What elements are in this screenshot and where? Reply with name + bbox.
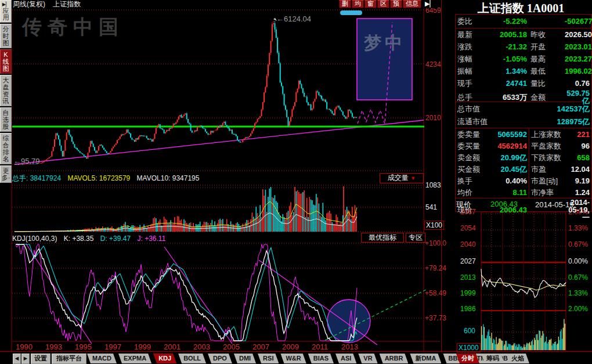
right-tab-strip: 分时筹码火焰 [456,354,529,363]
symbol-label: 上证指数 [53,0,81,8]
intraday-vol-tick: 600 [464,327,475,335]
tab-筹码[interactable]: 筹码 [481,354,504,363]
year-tick: 1990 [16,343,33,351]
tab-DPO[interactable]: DPO [208,354,232,363]
quote-cell: 委卖量 [456,131,489,138]
intraday-pct-tick: 1.33% [568,289,588,297]
period-label: 周线(复权) [13,0,45,8]
quote-cell: 24741 [489,80,529,87]
quote-cell: 2014-05-19,一 [565,199,591,221]
sidebar-item-apps[interactable]: ▶▏ 应用 [0,0,12,23]
collapse-arrow-icon[interactable]: ▶▏ [422,0,438,8]
quote-cell: 1.34% [489,67,529,75]
intraday-pct-tick: 2.00% [568,305,588,313]
tab-BIAS[interactable]: BIAS [308,354,334,363]
year-tick: 1997 [104,343,121,351]
intraday-price-tick: 2027 [460,257,476,265]
intraday-vol-unit: X1000 [457,343,481,352]
sidebar-item-watchlist[interactable]: 自选股 [0,107,12,132]
quote-cell: 4562914 [489,142,529,150]
tab-VR[interactable]: VR [358,354,377,363]
tab-DMI[interactable]: DMI [234,354,256,363]
left-sidebar: ▶▏ 应用 分时图 K线图 大盘资讯 自选股 综合排名 更多· [0,0,12,184]
intraday-price-tick: 2054 [460,224,476,232]
forecast-button[interactable]: 预 [390,0,402,8]
main-y-tick: 4234 [425,60,441,69]
volume-y-tick: 541 [425,203,437,211]
tab-分时[interactable]: 分时 [456,354,479,363]
zone-button[interactable]: 区 [377,0,389,8]
quote-row-0: 委比-5.22%-502677 [456,15,591,28]
quote-cell: 658 [565,154,591,161]
quote-cell: 委比 [456,17,489,25]
year-tick: 2007 [252,343,269,351]
quote-row-5: 现手24741量比0.76 [456,77,591,89]
volume-y-tick: 1083 [425,181,441,189]
quote-cell: 市净率 [529,186,565,198]
sidebar-item-intraday[interactable]: 分时图 [0,24,12,48]
prev-arrow-button[interactable]: ◄ [13,354,21,364]
peak-annotation: ←6124.04 [276,15,311,23]
play-bar-icon: ▶▏ [1,2,11,7]
intraday-price-tick: 2040 [460,240,476,248]
quote-cell: 现价 [456,206,489,214]
next-arrow-button[interactable]: ► [21,354,30,364]
scrollbar-thumb[interactable] [340,10,362,15]
best-indicator-button[interactable]: 最优指标 [361,233,404,243]
quote-cell: 2006.43 [489,206,529,214]
quote-cell: 最新 [456,31,489,38]
tab-W&R[interactable]: W&R [280,354,306,363]
quote-cell: 总手 [456,93,489,101]
sidebar-item-market-news[interactable]: 大盘资讯 [0,75,12,106]
sidebar-item-ranking[interactable]: 综合排名 [0,133,12,164]
quote-row-9: 委卖量5065592上涨家数221 [456,128,591,140]
tab-新DMA[interactable]: 新DMA [410,354,441,363]
tab-ASI[interactable]: ASI [335,354,356,363]
sidebar-item-more[interactable]: 更多· [0,165,12,183]
quote-cell: 12.04 [565,165,591,173]
tab-BOLL[interactable]: BOLL [178,354,206,363]
indicator-platform-button[interactable]: 指标平台 [52,354,86,364]
quote-cell: 5065592 [489,131,529,138]
indicator-select[interactable]: 成交量 ▼ [380,173,424,183]
quote-row-6: 总手6533万金额529.75亿 [456,89,591,102]
tab-RSI[interactable]: RSI [258,354,279,363]
settings-button[interactable]: 设置 [31,354,50,364]
sidebar-item-kline[interactable]: K线图 [0,49,12,74]
tab-ARBR[interactable]: ARBR [380,354,409,363]
kdj-k-value: K: +38.35 [64,235,94,243]
info-button[interactable]: 信息 [403,0,421,8]
zone-panel-button[interactable]: 专区 [406,233,425,243]
quote-cell: 1996.02 [565,67,592,75]
quote-cell: 最低 [529,67,565,75]
year-tick: 2001 [164,343,181,351]
quote-cell: 0.76 [565,80,591,87]
quote-row-7: 总市值142537亿 [456,102,591,115]
ma-button[interactable]: 均 [352,0,364,8]
quote-cell: 均价 [456,189,489,196]
quote-cell: -21.32 [489,43,529,51]
tab-KDJ[interactable]: KDJ [153,354,176,363]
quote-cell: 市盈[动] [529,175,565,186]
kdj-formula-label: KDJ(100,40,3) [12,235,57,243]
kdj-y-tick: +79.24 [425,264,446,272]
year-tick: 2013 [341,343,358,351]
window-button[interactable]: 窗 [364,0,377,8]
tab-MACD[interactable]: MACD [87,354,117,363]
kdj-j-value: J: +36.11 [138,235,166,243]
main-trendline [15,120,424,164]
chevron-down-icon: ▼ [410,175,416,181]
quote-cell: 昨收 [529,31,565,38]
delete-button[interactable]: 删 [339,0,351,8]
quote-cell: 涨跌 [456,43,489,51]
tab-火焰[interactable]: 火焰 [506,354,529,363]
mavol10-label: MAVOL10: 9347195 [137,174,200,182]
dream-box-label: 梦中 [364,31,406,55]
quote-cell: 量比 [529,80,565,87]
quote-cell: 20.99亿 [489,154,529,161]
year-tick: 2005 [223,343,240,351]
year-tick: 2003 [193,343,210,351]
main-y-tick: 2010 [425,114,441,122]
intraday-price-tick: 1986 [460,305,476,313]
tab-EXPMA[interactable]: EXPMA [118,354,151,363]
